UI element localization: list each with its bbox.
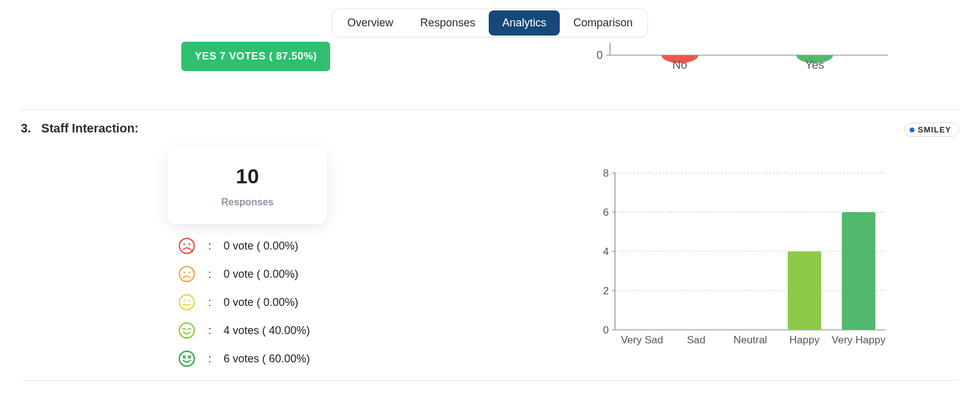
section-divider	[21, 109, 959, 110]
colon: :	[208, 324, 211, 337]
vote-text: 6 votes ( 60.00%)	[224, 353, 310, 365]
svg-text:0: 0	[603, 324, 609, 336]
responses-card: 10 Responses	[168, 147, 327, 224]
svg-text:Very Sad: Very Sad	[621, 334, 663, 346]
svg-text:Yes: Yes	[805, 58, 824, 71]
colon: :	[208, 240, 211, 253]
svg-rect-41	[788, 251, 821, 330]
vote-row-happy: : 4 votes ( 40.00%)	[178, 321, 310, 340]
svg-point-14	[183, 300, 185, 302]
svg-text:8: 8	[603, 167, 609, 179]
colon: :	[208, 353, 211, 365]
smiley-bar-chart: 02468Very SadSadNeutralHappyVery Happy	[594, 164, 888, 348]
mini-yesno-chart: 0NoYes	[594, 37, 888, 74]
section-divider-bottom	[21, 380, 959, 381]
svg-text:2: 2	[603, 285, 609, 297]
neutral-icon	[178, 293, 196, 311]
colon: :	[208, 296, 211, 309]
svg-point-8	[189, 243, 190, 245]
svg-point-9	[190, 250, 193, 252]
vote-row-very-happy: : 6 votes ( 60.00%)	[178, 349, 310, 368]
responses-count: 10	[236, 164, 259, 188]
section-title: Staff Interaction:	[41, 121, 138, 135]
svg-point-11	[183, 272, 185, 273]
svg-text:Happy: Happy	[790, 334, 820, 346]
vote-text: 0 vote ( 0.00%)	[224, 268, 298, 281]
section-number: 3.	[21, 121, 31, 135]
svg-text:Sad: Sad	[687, 334, 705, 346]
vote-row-very-sad: : 0 vote ( 0.00%)	[178, 237, 310, 255]
svg-rect-43	[842, 212, 875, 330]
responses-label: Responses	[221, 197, 273, 208]
svg-point-16	[179, 323, 194, 338]
svg-text:No: No	[673, 58, 687, 71]
svg-text:0: 0	[597, 49, 603, 61]
tab-responses[interactable]: Responses	[407, 10, 489, 36]
very-happy-icon	[178, 349, 196, 368]
vote-row-neutral: : 0 vote ( 0.00%)	[178, 293, 310, 311]
svg-point-10	[179, 267, 194, 281]
svg-point-12	[189, 272, 190, 273]
dot-icon	[910, 128, 914, 132]
svg-point-7	[183, 243, 185, 245]
happy-icon	[178, 321, 196, 340]
smiley-vote-list: : 0 vote ( 0.00%) : 0 vote ( 0.00%) : 0 …	[178, 237, 310, 368]
yes-votes-chip: YES 7 VOTES ( 87.50%)	[181, 42, 330, 71]
vote-text: 0 vote ( 0.00%)	[224, 240, 298, 253]
tab-overview[interactable]: Overview	[334, 10, 407, 36]
svg-text:Very Happy: Very Happy	[832, 334, 886, 346]
svg-text:6: 6	[603, 207, 609, 218]
vote-text: 4 votes ( 40.00%)	[224, 324, 310, 337]
tab-comparison[interactable]: Comparison	[560, 10, 646, 36]
section-header: 3. Staff Interaction:	[21, 121, 138, 135]
colon: :	[208, 268, 211, 281]
vote-text: 0 vote ( 0.00%)	[224, 296, 298, 309]
sad-icon	[178, 265, 196, 283]
vote-row-sad: : 0 vote ( 0.00%)	[178, 265, 310, 283]
svg-point-15	[189, 300, 190, 302]
tab-analytics[interactable]: Analytics	[489, 10, 560, 36]
svg-text:4: 4	[603, 246, 609, 258]
very-sad-icon	[178, 237, 196, 255]
svg-point-13	[179, 295, 194, 310]
tab-nav: Overview Responses Analytics Comparison	[332, 9, 648, 37]
svg-text:Neutral: Neutral	[734, 334, 767, 346]
question-type-badge: SMILEY	[904, 123, 959, 137]
question-type-label: SMILEY	[918, 125, 951, 134]
svg-point-17	[179, 351, 194, 366]
